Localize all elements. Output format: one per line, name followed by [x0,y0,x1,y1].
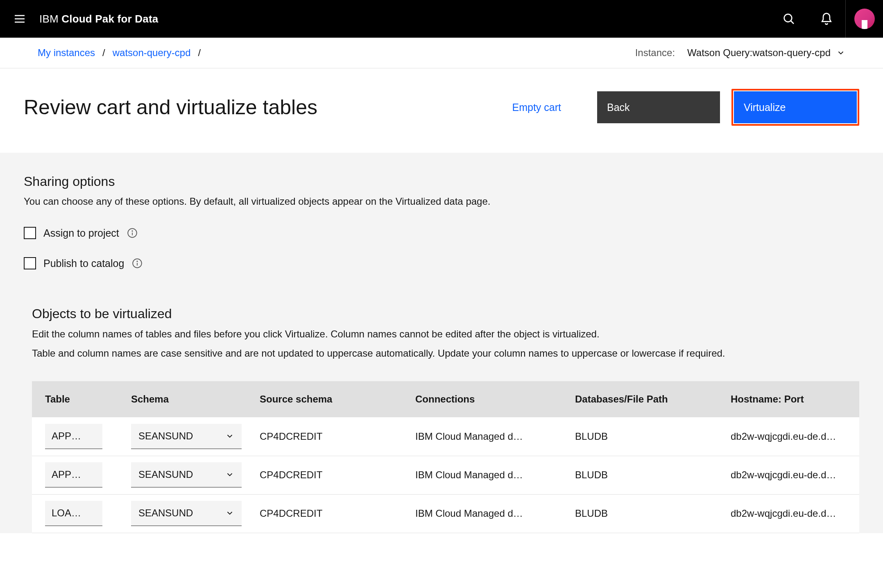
assign-checkbox[interactable] [24,227,36,239]
table-name-input[interactable]: APP… [45,462,102,488]
col-source: Source schema [251,381,406,417]
schema-select[interactable]: SEANSUND [131,501,242,526]
virtualize-highlight: Virtualize [731,89,859,126]
objects-block: Objects to be virtualized Edit the colum… [24,306,859,533]
objects-heading: Objects to be virtualized [32,306,859,321]
publish-checkbox[interactable] [24,257,36,269]
col-conn: Connections [406,381,566,417]
title-row: Review cart and virtualize tables Empty … [0,68,883,153]
instance-value: Watson Query:watson-query-cpd [687,47,831,59]
col-host: Hostname: Port [722,381,859,417]
assign-label: Assign to project [43,227,119,239]
schema-value: SEANSUND [138,507,193,519]
brand-name: Cloud Pak for Data [61,13,158,25]
sharing-desc: You can choose any of these options. By … [24,194,859,209]
hamburger-icon [13,12,26,25]
database-cell: BLUDB [566,417,722,456]
chevron-down-icon [225,470,234,479]
instance-label: Instance: [635,47,675,59]
instance-selector-area: Instance: Watson Query:watson-query-cpd [635,47,845,59]
header-actions [770,0,883,38]
chevron-down-icon [225,509,234,518]
publish-label: Publish to catalog [43,258,124,269]
schema-select[interactable]: SEANSUND [131,462,242,488]
connection-cell: IBM Cloud Managed d… [406,494,566,533]
hostname-cell: db2w-wqjcgdi.eu-de.d… [722,456,859,494]
back-button[interactable]: Back [597,91,720,123]
sharing-options: Assign to project Publish to catalog [24,227,859,269]
title-actions: Empty cart Back Virtualize [488,89,859,126]
table-row: APP… SEANSUND CP4DCREDIT IBM Cloud Manag… [32,456,859,494]
objects-table: Table Schema Source schema Connections D… [32,381,859,533]
breadcrumb: My instances / watson-query-cpd / [38,47,203,59]
svg-point-7 [132,231,132,231]
connection-cell: IBM Cloud Managed d… [406,456,566,494]
svg-point-10 [137,261,138,261]
avatar [854,9,875,29]
hostname-cell: db2w-wqjcgdi.eu-de.d… [722,417,859,456]
connection-cell: IBM Cloud Managed d… [406,417,566,456]
notifications-button[interactable] [808,0,845,38]
table-name-input[interactable]: APP… [45,424,102,449]
brand-title: IBM Cloud Pak for Data [39,13,158,25]
assign-info[interactable] [127,227,138,239]
breadcrumb-link-instances[interactable]: My instances [38,47,95,59]
top-header: IBM Cloud Pak for Data [0,0,883,38]
chevron-down-icon [836,48,845,57]
table-row: APP… SEANSUND CP4DCREDIT IBM Cloud Manag… [32,417,859,456]
table-body: APP… SEANSUND CP4DCREDIT IBM Cloud Manag… [32,417,859,533]
sharing-heading: Sharing options [24,174,859,189]
search-button[interactable] [770,0,808,38]
col-schema: Schema [122,381,251,417]
search-icon [782,12,795,25]
breadcrumb-sep: / [196,47,204,59]
info-icon [132,258,143,269]
objects-desc-2: Table and column names are case sensitiv… [32,346,835,361]
source-schema-cell: CP4DCREDIT [251,494,406,533]
instance-dropdown[interactable]: Watson Query:watson-query-cpd [687,47,845,59]
schema-select[interactable]: SEANSUND [131,424,242,449]
table-name-input[interactable]: LOA… [45,501,102,526]
content-area: Sharing options You can choose any of th… [0,153,883,533]
publish-to-catalog-option: Publish to catalog [24,257,859,269]
table-row: LOA… SEANSUND CP4DCREDIT IBM Cloud Manag… [32,494,859,533]
hostname-cell: db2w-wqjcgdi.eu-de.d… [722,494,859,533]
info-icon [127,228,138,238]
assign-to-project-option: Assign to project [24,227,859,239]
breadcrumb-bar: My instances / watson-query-cpd / Instan… [0,38,883,68]
chevron-down-icon [225,432,234,441]
schema-value: SEANSUND [138,469,193,480]
database-cell: BLUDB [566,456,722,494]
publish-info[interactable] [131,258,143,269]
brand-prefix: IBM [39,13,61,25]
database-cell: BLUDB [566,494,722,533]
objects-desc-1: Edit the column names of tables and file… [32,326,835,341]
svg-line-4 [791,21,794,24]
source-schema-cell: CP4DCREDIT [251,456,406,494]
schema-value: SEANSUND [138,430,193,442]
breadcrumb-link-instance[interactable]: watson-query-cpd [113,47,191,59]
svg-point-3 [784,14,792,22]
avatar-button[interactable] [845,0,883,38]
menu-button[interactable] [0,0,39,38]
empty-cart-link[interactable]: Empty cart [488,102,586,113]
table-header-row: Table Schema Source schema Connections D… [32,381,859,417]
bell-icon [820,12,833,25]
virtualize-button[interactable]: Virtualize [734,91,857,123]
breadcrumb-sep: / [100,47,108,59]
col-table: Table [32,381,122,417]
col-db: Databases/File Path [566,381,722,417]
page-title: Review cart and virtualize tables [24,95,317,119]
source-schema-cell: CP4DCREDIT [251,417,406,456]
